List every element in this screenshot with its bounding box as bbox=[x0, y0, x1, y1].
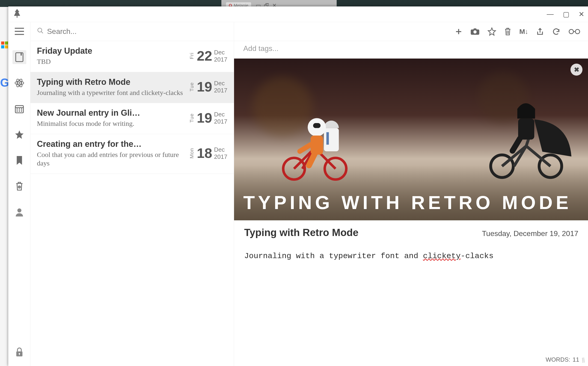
svg-rect-12 bbox=[16, 108, 17, 109]
svg-line-25 bbox=[41, 31, 43, 33]
svg-rect-16 bbox=[19, 110, 20, 112]
entry-item[interactable]: New Journal entry in Gli… Minimalist foc… bbox=[31, 103, 234, 134]
entry-list: Friday Update TBD Fri 22 Dec2017 Typing … bbox=[31, 41, 234, 366]
entry-day: 19 bbox=[197, 80, 212, 94]
entry-subtitle: Journaling with a typewriter font and cl… bbox=[37, 88, 185, 97]
resize-grip-icon[interactable]: ⣿ bbox=[581, 357, 585, 363]
entry-month: Dec bbox=[214, 49, 227, 56]
word-count-value: 11 bbox=[573, 356, 579, 363]
tags-placeholder: Add tags... bbox=[243, 44, 279, 53]
journal-app-window: — ▢ ✕ bbox=[8, 7, 588, 366]
entry-month: Dec bbox=[214, 80, 227, 87]
search-row bbox=[31, 22, 234, 41]
search-input[interactable] bbox=[47, 27, 227, 36]
star-icon[interactable] bbox=[12, 128, 26, 142]
article-body[interactable]: Journaling with a typewriter font and cl… bbox=[234, 240, 588, 272]
svg-point-24 bbox=[38, 28, 42, 32]
maximize-button[interactable]: ▢ bbox=[563, 10, 569, 18]
glasses-icon[interactable] bbox=[568, 28, 581, 35]
entry-title: Typing with Retro Mode bbox=[37, 77, 185, 87]
entry-date: Tue 19 Dec2017 bbox=[189, 108, 227, 128]
svg-marker-18 bbox=[15, 130, 23, 139]
bookmark-icon[interactable] bbox=[12, 153, 26, 167]
svg-rect-1 bbox=[5, 41, 8, 45]
google-g-icon: G bbox=[0, 76, 9, 89]
svg-point-9 bbox=[18, 82, 20, 84]
article-header: Typing with Retro Mode Tuesday, December… bbox=[234, 220, 588, 240]
entry-weekday: Mon bbox=[189, 148, 195, 159]
search-icon bbox=[37, 27, 44, 36]
entry-date: Mon 18 Dec2017 bbox=[189, 139, 227, 168]
app-logo-icon bbox=[12, 8, 22, 20]
entry-weekday: Tue bbox=[189, 82, 195, 92]
entry-item[interactable]: Creating an entry for the… Cool that you… bbox=[31, 134, 234, 174]
minimize-button[interactable]: — bbox=[547, 10, 554, 18]
content-toolbar: M↓ bbox=[234, 22, 588, 41]
entry-weekday: Fri bbox=[189, 53, 195, 59]
svg-rect-14 bbox=[21, 108, 22, 109]
entry-month: Dec bbox=[214, 111, 227, 118]
svg-rect-15 bbox=[16, 110, 17, 112]
favorite-icon[interactable] bbox=[487, 27, 496, 36]
share-icon[interactable] bbox=[536, 27, 544, 36]
svg-rect-33 bbox=[324, 128, 339, 152]
entry-date: Tue 19 Dec2017 bbox=[189, 77, 227, 97]
close-button[interactable]: ✕ bbox=[579, 10, 584, 18]
calendar-icon[interactable] bbox=[12, 102, 26, 116]
article-title[interactable]: Typing with Retro Mode bbox=[244, 227, 358, 238]
window-titlebar: — ▢ ✕ bbox=[8, 7, 588, 22]
lock-icon[interactable] bbox=[12, 345, 26, 359]
svg-rect-4 bbox=[16, 53, 23, 62]
svg-rect-3 bbox=[5, 46, 8, 49]
content-pane: M↓ Add tags... bbox=[234, 22, 588, 366]
entry-subtitle: TBD bbox=[37, 57, 185, 66]
desktop-background: G O Melanie ▭ 🗗 ✕ — ▢ ✕ bbox=[0, 0, 588, 366]
sync-icon[interactable] bbox=[552, 27, 560, 36]
atom-icon[interactable] bbox=[12, 76, 26, 90]
markdown-icon[interactable]: M↓ bbox=[519, 28, 528, 36]
entry-day: 22 bbox=[197, 49, 212, 63]
entry-item[interactable]: Friday Update TBD Fri 22 Dec2017 bbox=[31, 41, 234, 72]
svg-rect-13 bbox=[19, 108, 20, 109]
profile-icon[interactable] bbox=[12, 205, 26, 219]
entry-year: 2017 bbox=[214, 56, 227, 63]
entry-month: Dec bbox=[214, 146, 227, 153]
entry-day: 19 bbox=[197, 111, 212, 125]
svg-point-20 bbox=[17, 208, 22, 213]
svg-rect-23 bbox=[19, 354, 20, 355]
camera-icon[interactable] bbox=[470, 28, 480, 36]
window-controls: — ▢ ✕ bbox=[547, 10, 584, 18]
entry-date: Fri 22 Dec2017 bbox=[189, 46, 227, 66]
svg-rect-0 bbox=[1, 41, 4, 45]
entry-item[interactable]: Typing with Retro Mode Journaling with a… bbox=[31, 72, 234, 103]
hero-close-button[interactable]: ✖ bbox=[571, 64, 582, 76]
trash-icon[interactable] bbox=[12, 179, 26, 193]
article-text: -clacks bbox=[461, 252, 494, 260]
entry-list-panel: Friday Update TBD Fri 22 Dec2017 Typing … bbox=[31, 22, 234, 366]
word-count-label: WORDS: bbox=[546, 356, 570, 363]
hero-image: TYPING WITH RETRO MODE ✖ bbox=[234, 59, 588, 220]
menu-icon[interactable] bbox=[12, 24, 26, 38]
delete-icon[interactable] bbox=[504, 27, 511, 36]
entry-year: 2017 bbox=[214, 118, 227, 125]
entry-year: 2017 bbox=[214, 87, 227, 94]
article-text: Journaling with a typewriter font and bbox=[244, 252, 423, 260]
journal-view-icon[interactable] bbox=[12, 50, 26, 64]
entry-subtitle: Cool that you can add entries for previo… bbox=[37, 150, 185, 168]
svg-marker-28 bbox=[488, 28, 495, 35]
background-window-strip: G bbox=[0, 7, 9, 366]
microsoft-logo-icon bbox=[1, 41, 8, 48]
hero-title: TYPING WITH RETRO MODE bbox=[243, 192, 579, 214]
spellcheck-word[interactable]: clickety bbox=[423, 252, 460, 260]
add-entry-button[interactable] bbox=[455, 28, 463, 36]
svg-rect-36 bbox=[313, 123, 320, 128]
svg-rect-17 bbox=[21, 110, 22, 112]
svg-rect-5 bbox=[21, 52, 22, 55]
entry-subtitle: Minimalist focus mode for writing. bbox=[37, 119, 185, 128]
tags-row[interactable]: Add tags... bbox=[234, 41, 588, 59]
sidebar bbox=[8, 22, 31, 366]
entry-title: Creating an entry for the… bbox=[37, 139, 185, 149]
entry-title: Friday Update bbox=[37, 46, 185, 56]
svg-point-30 bbox=[575, 29, 580, 34]
status-bar: WORDS: 11 ⣿ bbox=[546, 356, 584, 363]
